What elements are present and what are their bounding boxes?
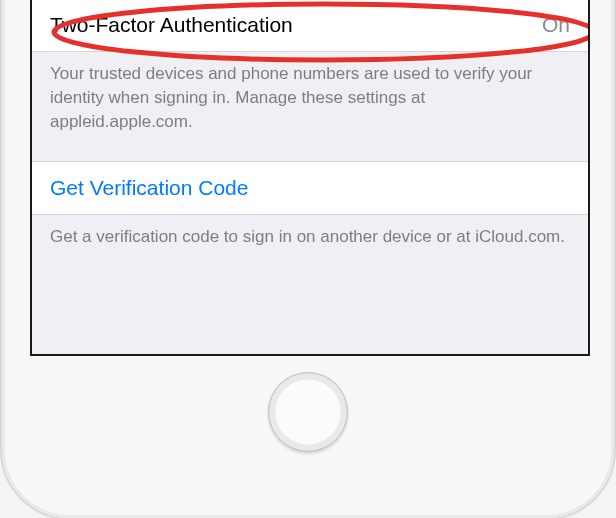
verification-code-footer-text: Get a verification code to sign in on an… bbox=[32, 215, 588, 267]
get-verification-code-button[interactable]: Get Verification Code bbox=[32, 161, 588, 215]
get-verification-code-label: Get Verification Code bbox=[50, 176, 248, 200]
two-factor-auth-row[interactable]: Two-Factor Authentication On bbox=[32, 0, 588, 52]
section-spacer bbox=[32, 151, 588, 161]
settings-screen: Two-Factor Authentication On Your truste… bbox=[30, 0, 590, 356]
two-factor-status-value: On bbox=[542, 13, 570, 37]
two-factor-footer-text: Your trusted devices and phone numbers a… bbox=[32, 52, 588, 151]
home-button[interactable] bbox=[268, 372, 348, 452]
two-factor-label: Two-Factor Authentication bbox=[50, 13, 293, 37]
phone-chassis: Two-Factor Authentication On Your truste… bbox=[0, 0, 616, 518]
